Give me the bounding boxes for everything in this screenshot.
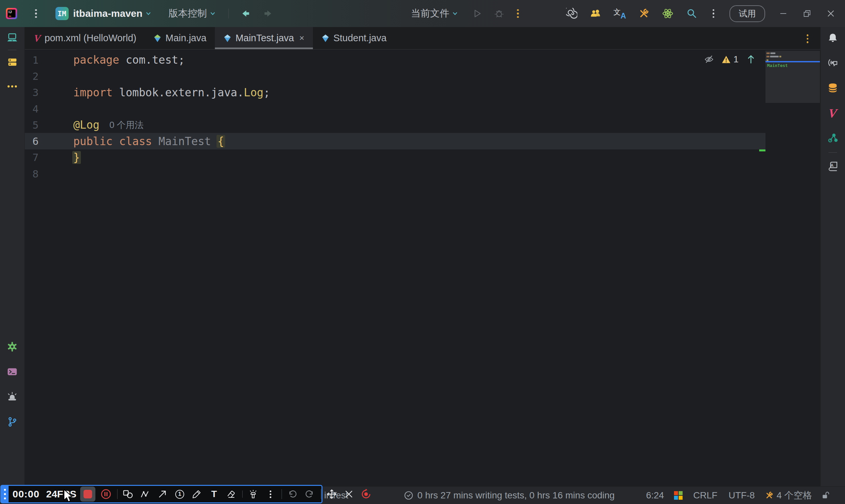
eraser-icon xyxy=(226,489,236,499)
number-tool-button[interactable]: 1 xyxy=(173,487,186,501)
pencil-tool-button[interactable] xyxy=(190,487,203,501)
database-toolwindow-button[interactable] xyxy=(825,80,841,96)
tab-student-java[interactable]: Student.java xyxy=(313,27,395,49)
project-badge[interactable]: IM xyxy=(55,7,69,20)
dependencies-toolwindow-button[interactable] xyxy=(825,130,841,146)
chevron-down-icon xyxy=(210,12,215,16)
recorder-more-kebab[interactable] xyxy=(264,487,277,501)
siren-icon xyxy=(6,391,18,402)
microsoft-logo-icon[interactable] xyxy=(674,491,683,500)
tab-label: Student.java xyxy=(333,33,387,43)
shapes-icon xyxy=(123,489,133,499)
svg-text:A: A xyxy=(830,163,833,168)
ide-window: IJ IM itbaima-maven 版本控制 当前文件 文 A xyxy=(0,0,845,504)
run-button[interactable] xyxy=(472,8,482,19)
time-tracking-text: 0 hrs 27 mins writing tests, 0 hrs 16 mi… xyxy=(418,490,615,501)
debug-button[interactable] xyxy=(494,8,504,19)
time-tracking-widget[interactable]: 0 hrs 27 mins writing tests, 0 hrs 16 mi… xyxy=(404,490,615,501)
highlighting-off-eye-icon[interactable] xyxy=(704,54,714,64)
freehand-tool-button[interactable] xyxy=(139,487,152,501)
line-number: 2 xyxy=(25,70,39,82)
minimap[interactable]: MainTest xyxy=(765,51,820,103)
pause-recording-button[interactable] xyxy=(99,487,112,501)
users-icon[interactable] xyxy=(590,8,601,19)
terminal-toolwindow-button[interactable] xyxy=(4,363,20,380)
minimize-button[interactable] xyxy=(778,8,789,19)
caret-position[interactable]: 6:24 xyxy=(646,490,664,501)
translate-icon[interactable]: 文 A xyxy=(614,8,626,19)
warning-indicator[interactable]: 1 xyxy=(722,54,739,65)
warning-count: 1 xyxy=(734,54,739,65)
maven-toolwindow-button[interactable]: V xyxy=(825,105,841,121)
code-editor[interactable]: 1 package com.test; 2 3 import lombok.ex… xyxy=(25,50,765,182)
arrow-tool-button[interactable] xyxy=(156,487,169,501)
text-tool-button[interactable]: T xyxy=(207,487,221,501)
encoding-widget[interactable]: UTF-8 xyxy=(728,490,755,501)
minimap-code-bar xyxy=(767,56,770,57)
restore-button[interactable] xyxy=(802,8,813,19)
close-button[interactable] xyxy=(825,8,837,19)
java-class-icon xyxy=(154,34,161,42)
screen-recorder-toolbar[interactable]: 00:00 24FPS 1 T xyxy=(0,485,322,503)
divider xyxy=(117,489,118,499)
eraser-tool-button[interactable] xyxy=(225,487,237,501)
atom-icon[interactable] xyxy=(662,7,674,19)
recorder-drag-handle[interactable] xyxy=(1,486,8,502)
live-chat-button[interactable] xyxy=(825,55,841,71)
tab-main-java[interactable]: Main.java xyxy=(145,27,215,49)
redo-button[interactable] xyxy=(303,487,316,501)
problems-toolwindow-button[interactable] xyxy=(4,389,20,405)
settings-button[interactable] xyxy=(4,338,20,355)
tools-icon[interactable] xyxy=(638,8,649,19)
line-number: 3 xyxy=(25,86,39,98)
chevron-down-icon xyxy=(146,12,151,16)
move-toolbar-button[interactable] xyxy=(325,487,338,501)
restart-recording-button[interactable] xyxy=(359,487,373,501)
vcs-widget[interactable]: 版本控制 xyxy=(169,7,207,20)
minimap-class-name: MainTest xyxy=(767,63,788,68)
more-options-kebab-icon[interactable] xyxy=(710,6,717,21)
back-arrow-icon[interactable] xyxy=(240,8,251,19)
wordbook-button[interactable]: A xyxy=(825,158,841,175)
line-ending-widget[interactable]: CRLF xyxy=(693,490,717,501)
close-recorder-button[interactable] xyxy=(342,487,355,501)
indent-widget[interactable]: 4 个空格 xyxy=(765,489,812,502)
unlocked-padlock-icon[interactable] xyxy=(821,491,830,500)
structure-toolwindow-button[interactable] xyxy=(4,54,20,70)
tab-close-icon[interactable]: × xyxy=(299,33,304,43)
spiral-icon[interactable] xyxy=(566,8,577,19)
minimap-code-bar xyxy=(767,52,770,54)
tab-options-kebab-icon[interactable] xyxy=(804,32,811,46)
notifications-button[interactable] xyxy=(825,30,841,46)
run-configuration-selector[interactable]: 当前文件 xyxy=(411,7,449,20)
prev-problem-arrow-icon[interactable] xyxy=(746,54,756,65)
move-icon xyxy=(327,489,337,499)
tab-maintest-java[interactable]: MainTest.java × xyxy=(215,27,313,49)
stop-recording-button[interactable] xyxy=(80,487,95,502)
main-menu-kebab-icon[interactable] xyxy=(32,6,40,21)
text-tool-icon: T xyxy=(211,489,217,499)
search-icon[interactable] xyxy=(686,8,698,19)
tab-pom-xml[interactable]: V pom.xml (HelloWorld) xyxy=(25,27,145,49)
more-toolwindows-button[interactable] xyxy=(4,78,20,95)
tab-label: Main.java xyxy=(165,33,206,43)
shape-tool-button[interactable] xyxy=(122,487,135,501)
usages-inlay-hint[interactable]: 0 个用法 xyxy=(109,119,144,131)
project-name[interactable]: itbaima-maven xyxy=(73,8,143,19)
run-options-kebab-icon[interactable] xyxy=(514,6,522,21)
clock-check-icon xyxy=(404,490,413,500)
gear-icon xyxy=(6,341,18,353)
spotlight-tool-button[interactable] xyxy=(247,487,260,501)
divider xyxy=(242,490,243,498)
minimap-current-line xyxy=(765,61,820,62)
forward-arrow-icon[interactable] xyxy=(262,8,274,19)
undo-button[interactable] xyxy=(286,487,299,501)
signal-chat-icon xyxy=(827,57,839,69)
line-number: 4 xyxy=(25,103,39,115)
trial-button[interactable]: 试用 xyxy=(729,5,765,22)
project-toolwindow-button[interactable] xyxy=(4,30,20,46)
git-branch-icon xyxy=(6,416,18,428)
minimap-code-bar xyxy=(779,56,781,57)
git-toolwindow-button[interactable] xyxy=(4,414,20,430)
inspections-widget: 1 xyxy=(704,53,773,66)
